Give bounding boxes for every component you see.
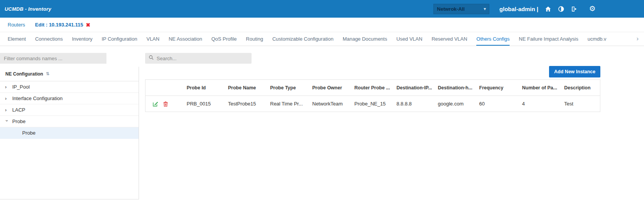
content: NE Configuration ⇅ › IP_Pool › Interface… (0, 46, 644, 214)
tab-ip-configuration[interactable]: IP Configuration (101, 32, 137, 46)
col-destination-host: Destination-h... (435, 80, 476, 96)
cell-probe-owner: NetworkTeam (309, 96, 351, 112)
tab-ucmdb[interactable]: ucmdb.v (587, 32, 606, 46)
tab-qos-profile[interactable]: QoS Profile (211, 32, 237, 46)
tree-item-lacp[interactable]: › LACP (0, 104, 139, 116)
topbar-right: Netwrok-All ▾ global-admin | ⚙ (433, 4, 596, 14)
col-probe-name: Probe Name (225, 80, 267, 96)
tab-vlan[interactable]: VLAN (146, 32, 159, 46)
tab-ne-failure-impact-analysis[interactable]: NE Failure Impact Analysis (519, 32, 578, 46)
top-bar: UCMDB - Inventory Netwrok-All ▾ global-a… (0, 0, 644, 18)
cell-destination-ip: 8.8.8.8 (394, 96, 435, 112)
network-select[interactable]: Netwrok-All ▾ (433, 4, 489, 14)
tab-edit-label: Edit : 10.193.241.115 (35, 22, 83, 28)
close-icon[interactable]: ✖ (86, 22, 90, 28)
tab-element[interactable]: Element (8, 32, 26, 46)
cell-number-of-packets: 4 (519, 96, 561, 112)
col-frequency: Frequency (476, 80, 519, 96)
tab-used-vlan[interactable]: Used VLAN (396, 32, 422, 46)
tree-item-label: Probe (22, 130, 36, 136)
nav-scroll-right-chevron-icon[interactable]: › (631, 32, 644, 45)
chevron-down-icon[interactable]: › (5, 120, 10, 124)
tab-manage-documents[interactable]: Manage Documents (343, 32, 387, 46)
col-router-probe: Router Probe ... (351, 80, 394, 96)
col-description: Description (561, 80, 600, 96)
chevron-right-icon[interactable]: › (5, 84, 9, 89)
tree-item-probe[interactable]: › Probe (0, 116, 139, 127)
col-probe-owner: Probe Owner (309, 80, 351, 96)
tab-ne-association[interactable]: NE Association (168, 32, 202, 46)
tree-item-label: IP_Pool (12, 84, 30, 90)
add-new-instance-button[interactable]: Add New Instance (549, 66, 600, 77)
col-probe-type: Probe Type (267, 80, 309, 96)
col-actions (145, 80, 184, 96)
tree-item-label: LACP (12, 107, 25, 113)
chevron-right-icon[interactable]: › (5, 107, 9, 112)
instances-panel: Add New Instance Probe Id Probe Name Pro… (139, 53, 644, 214)
tree-item-interface-configuration[interactable]: › Interface Configuration (0, 93, 139, 104)
col-destination-ip: Destination-IP... (394, 80, 435, 96)
table-header-row: Probe Id Probe Name Probe Type Probe Own… (145, 80, 600, 96)
user-label: global-admin | (499, 6, 538, 12)
network-select-value: Netwrok-All (437, 6, 464, 12)
tab-routing[interactable]: Routing (246, 32, 263, 46)
breadcrumb: Routers Edit : 10.193.241.115 ✖ (0, 18, 644, 32)
tree-header-label: NE Configuration (5, 71, 43, 77)
tree-item-ip-pool[interactable]: › IP_Pool (0, 81, 139, 93)
logout-icon[interactable] (570, 5, 577, 12)
cell-router-probe: Probe_NE_15 (351, 96, 394, 112)
tree-item-probe-child[interactable]: Probe (0, 127, 139, 139)
search-input[interactable] (157, 56, 248, 61)
cell-frequency: 60 (476, 96, 519, 112)
probe-table: Probe Id Probe Name Probe Type Probe Own… (145, 79, 600, 112)
edit-icon[interactable] (152, 101, 159, 107)
tab-inventory[interactable]: Inventory (72, 32, 92, 46)
cell-description: Test (561, 96, 600, 112)
col-number-of-packets: Number of Pa... (519, 80, 561, 96)
search-box[interactable] (145, 53, 252, 64)
chevron-right-icon[interactable]: › (5, 96, 9, 101)
settings-gear-icon[interactable]: ⚙ (589, 5, 596, 12)
sort-icon[interactable]: ⇅ (46, 71, 49, 76)
tree-header: NE Configuration ⇅ (0, 67, 139, 81)
home-icon[interactable] (544, 5, 551, 12)
tab-customizable-configuration[interactable]: Customizable Configuration (272, 32, 333, 46)
tab-connections[interactable]: Connections (35, 32, 63, 46)
cell-probe-id: PRB_0015 (184, 96, 225, 112)
delete-icon[interactable] (163, 101, 169, 107)
tree-item-label: Probe (12, 119, 26, 124)
ne-configuration-tree: NE Configuration ⇅ › IP_Pool › Interface… (0, 67, 139, 199)
row-actions (149, 101, 181, 107)
section-nav: Element Connections Inventory IP Configu… (0, 32, 644, 46)
tab-routers[interactable]: Routers (8, 22, 25, 28)
contrast-icon[interactable] (557, 5, 564, 12)
col-probe-id: Probe Id (184, 80, 225, 96)
command-tree-panel: NE Configuration ⇅ › IP_Pool › Interface… (0, 53, 139, 214)
filter-commands-input[interactable] (0, 53, 106, 64)
chevron-down-icon: ▾ (484, 6, 486, 12)
cell-probe-name: TestProbe15 (225, 96, 267, 112)
search-icon (149, 55, 154, 62)
table-row: PRB_0015 TestProbe15 Real Time Pr... Net… (145, 96, 600, 112)
toolbar: Add New Instance (145, 66, 600, 77)
cell-probe-type: Real Time Pr... (267, 96, 309, 112)
tab-reserved-vlan[interactable]: Reserved VLAN (432, 32, 467, 46)
tree-item-label: Interface Configuration (12, 95, 63, 101)
tab-edit-router[interactable]: Edit : 10.193.241.115 ✖ (35, 22, 91, 28)
cell-destination-host: google.com (435, 96, 476, 112)
tab-others-configs[interactable]: Others Configs (476, 32, 510, 46)
app-title: UCMDB - Inventory (5, 6, 51, 12)
